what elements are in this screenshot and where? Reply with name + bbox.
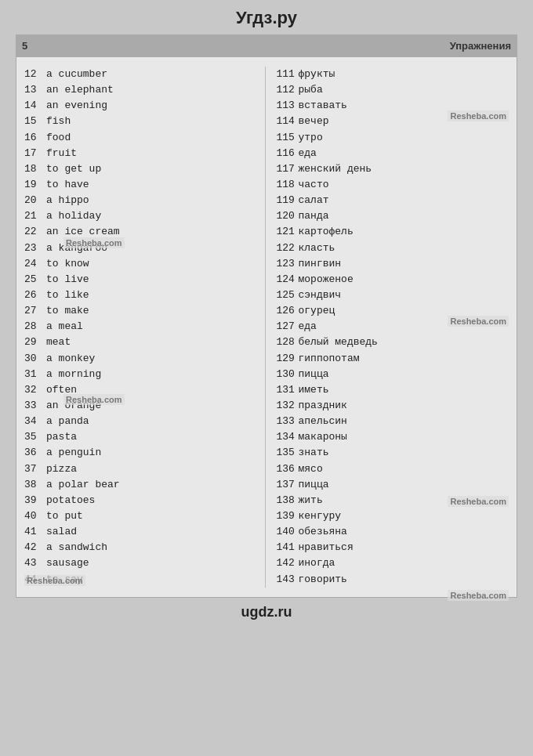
- entry-word: a polar bear: [46, 477, 120, 493]
- entry-number: 127: [277, 319, 299, 335]
- entry-number: 114: [277, 114, 299, 129]
- list-item: 17fruit: [24, 146, 257, 161]
- entry-word: a sandwich: [46, 540, 107, 555]
- entry-number: 30: [24, 351, 46, 367]
- list-item: 139кенгуру: [277, 508, 509, 524]
- list-item: 140обезьяна: [277, 524, 509, 540]
- entry-number: 19: [24, 177, 46, 193]
- entry-word: знать: [299, 445, 329, 461]
- list-item: 24to know: [24, 256, 257, 272]
- entry-word: a meal: [46, 319, 83, 335]
- entry-word: pasta: [46, 429, 77, 445]
- entry-word: a cucumber: [46, 67, 107, 82]
- entry-number: 26: [24, 288, 46, 303]
- entry-word: рыба: [299, 82, 323, 98]
- list-item: 29meat: [24, 335, 257, 350]
- list-item: 27to make: [24, 303, 257, 319]
- entry-number: 40: [24, 508, 46, 524]
- list-item: 125сэндвич: [277, 288, 509, 303]
- entry-number: 124: [277, 272, 299, 288]
- entry-word: salad: [46, 524, 77, 540]
- entry-number: 119: [277, 193, 299, 208]
- entry-number: 24: [24, 256, 46, 272]
- entry-number: 29: [24, 335, 46, 350]
- list-item: 38a polar bear: [24, 477, 257, 493]
- list-item: 137пицца: [277, 477, 509, 493]
- watermark-2: Resheba.com: [63, 237, 125, 248]
- list-item: 141нравиться: [277, 540, 509, 555]
- entry-number: 120: [277, 208, 299, 224]
- entry-word: нравиться: [299, 540, 354, 555]
- list-item: 41salad: [24, 524, 257, 540]
- content-columns: 12a cucumber13an elephant14an evening15f…: [24, 67, 509, 588]
- entry-word: огурец: [299, 303, 335, 319]
- entry-number: 130: [277, 367, 299, 382]
- entry-number: 117: [277, 161, 299, 177]
- entry-word: to get up: [46, 161, 101, 177]
- entry-word: an elephant: [46, 82, 114, 98]
- list-item: 19to have: [24, 177, 257, 193]
- list-item: 118часто: [277, 177, 509, 193]
- site-header: Угдз.ру: [236, 8, 297, 28]
- entry-number: 116: [277, 146, 299, 161]
- list-item: 135знать: [277, 445, 509, 461]
- entry-number: 15: [24, 114, 46, 129]
- list-item: 123пингвин: [277, 256, 509, 272]
- watermark-5: Resheba.com: [448, 496, 509, 507]
- list-item: 21a holiday: [24, 208, 257, 224]
- entry-number: 121: [277, 224, 299, 240]
- entry-number: 41: [24, 524, 46, 540]
- entry-number: 42: [24, 540, 46, 555]
- entry-number: 21: [24, 208, 46, 224]
- entry-word: a monkey: [46, 351, 95, 367]
- entry-word: вставать: [299, 98, 347, 114]
- list-item: 31a morning: [24, 367, 257, 382]
- entry-number: 28: [24, 319, 46, 335]
- entry-number: 13: [24, 82, 46, 98]
- topbar-right: Упражнения: [450, 40, 511, 52]
- list-item: 119салат: [277, 193, 509, 208]
- entry-number: 34: [24, 414, 46, 429]
- entry-number: 38: [24, 477, 46, 493]
- entry-word: to live: [46, 272, 89, 288]
- watermark-7: Resheba.com: [24, 575, 85, 586]
- entry-number: 122: [277, 241, 299, 256]
- entry-word: иметь: [299, 382, 329, 398]
- list-item: 22an ice cream: [24, 224, 257, 240]
- entry-number: 126: [277, 303, 299, 319]
- entry-word: салат: [299, 193, 329, 208]
- entry-word: мясо: [299, 461, 323, 477]
- entry-number: 136: [277, 461, 299, 477]
- entry-number: 143: [277, 572, 299, 588]
- list-item: 13an elephant: [24, 82, 257, 98]
- entry-number: 141: [277, 540, 299, 555]
- entry-word: a morning: [46, 367, 101, 382]
- entry-number: 133: [277, 414, 299, 429]
- entry-word: сэндвич: [299, 288, 342, 303]
- entry-number: 18: [24, 161, 46, 177]
- entry-number: 135: [277, 445, 299, 461]
- entry-number: 113: [277, 98, 299, 114]
- entry-number: 20: [24, 193, 46, 208]
- list-item: 40to put: [24, 508, 257, 524]
- entry-word: обезьяна: [299, 524, 347, 540]
- list-item: 134макароны: [277, 429, 509, 445]
- list-item: 43sausage: [24, 555, 257, 571]
- entry-number: 132: [277, 398, 299, 414]
- entry-word: говорить: [299, 572, 347, 588]
- list-item: 33an orange: [24, 398, 257, 414]
- list-item: 42a sandwich: [24, 540, 257, 555]
- top-bar: 5 Упражнения: [16, 34, 517, 56]
- list-item: 143говорить: [277, 572, 509, 588]
- entry-word: утро: [299, 130, 323, 146]
- entry-word: женский день: [299, 161, 372, 177]
- entry-word: sausage: [46, 555, 89, 571]
- list-item: 35pasta: [24, 429, 257, 445]
- list-item: 136мясо: [277, 461, 509, 477]
- entry-word: вечер: [299, 114, 329, 129]
- list-item: 12a cucumber: [24, 67, 257, 82]
- list-item: 14an evening: [24, 98, 257, 114]
- watermark-6: Resheba.com: [448, 590, 509, 601]
- list-item: 20a hippo: [24, 193, 257, 208]
- entry-word: панда: [299, 208, 329, 224]
